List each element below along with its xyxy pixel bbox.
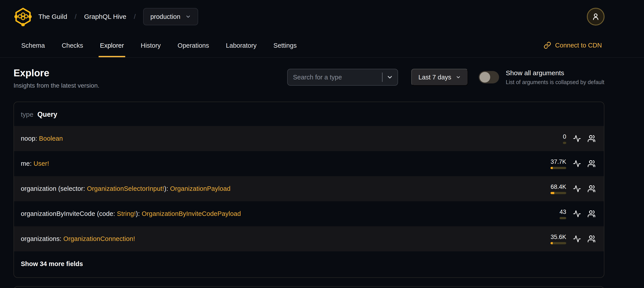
field-signature: organization (selector: OrganizationSele… (21, 185, 230, 192)
type-search-combobox[interactable] (287, 69, 398, 86)
page-title: Explore (14, 68, 100, 79)
target-selector-dropdown[interactable]: production (143, 8, 198, 25)
page-title-block: Explore Insights from the latest version… (14, 68, 100, 89)
type-name: Query (38, 111, 58, 119)
users-icon[interactable] (588, 235, 596, 243)
field-name-text: organizations: (21, 235, 64, 242)
breadcrumb-org[interactable]: The Guild (38, 13, 67, 21)
field-signature: organizationByInviteCode (code: String!)… (21, 210, 241, 217)
field-name-text: me: (21, 160, 34, 167)
field-type-link[interactable]: Boolean (39, 135, 63, 142)
field-usage-bar (563, 142, 566, 144)
type-card-header: type Query (14, 102, 604, 126)
field-stats: 37.7K (550, 158, 596, 169)
type-kind-label: type (21, 111, 34, 118)
toggle-label-block: Show all arguments List of arguments is … (506, 69, 604, 85)
tab-settings[interactable]: Settings (272, 33, 298, 57)
field-stats: 68.4K (550, 183, 596, 194)
tab-bar: Schema Checks Explorer History Operation… (0, 33, 644, 58)
field-count: 37.7K (550, 158, 566, 165)
show-all-arguments-toggle[interactable] (479, 71, 499, 83)
period-filter-dropdown[interactable]: Last 7 days (411, 69, 468, 86)
field-type-link[interactable]: OrganizationConnection! (64, 235, 135, 242)
field-usage-stat: 0 (563, 133, 566, 144)
field-row: organizationByInviteCode (code: String!)… (14, 201, 604, 226)
field-row: noop: Boolean 0 (14, 126, 604, 151)
activity-pulse-icon[interactable] (573, 210, 581, 218)
chevron-down-icon (456, 75, 461, 80)
field-count: 35.6K (550, 234, 566, 240)
users-icon[interactable] (588, 185, 596, 193)
tab-checks[interactable]: Checks (60, 33, 84, 57)
field-usage-bar-fill (550, 242, 552, 244)
show-more-fields-button[interactable]: Show 34 more fields (14, 251, 604, 277)
tab-history[interactable]: History (140, 33, 162, 57)
field-list: noop: Boolean 0 me: User! 37.7K (14, 126, 604, 251)
field-usage-bar (550, 192, 566, 194)
activity-pulse-icon[interactable] (573, 134, 581, 143)
field-type-link[interactable]: String! (117, 210, 136, 217)
field-usage-bar (550, 242, 566, 244)
field-name-text: noop: (21, 135, 39, 142)
type-card-query: type Query noop: Boolean 0 me: User! (14, 102, 604, 278)
next-type-card-partial (14, 286, 604, 288)
field-name-text: ): (164, 185, 170, 192)
connect-to-cdn-link[interactable]: Connect to CDN (544, 33, 602, 57)
top-bar: The Guild / GraphQL Hive / production (0, 0, 644, 33)
users-icon[interactable] (588, 210, 596, 218)
field-usage-bar-fill (550, 167, 553, 169)
field-usage-stat: 37.7K (550, 158, 566, 169)
field-signature: organizations: OrganizationConnection! (21, 235, 135, 242)
field-type-link[interactable]: OrganizationByInviteCodePayload (142, 210, 241, 217)
breadcrumb-project[interactable]: GraphQL Hive (84, 13, 126, 21)
field-stats: 35.6K (550, 234, 596, 244)
field-usage-stat: 35.6K (550, 234, 566, 244)
explorer-controls: Last 7 days Show all arguments List of a… (287, 69, 604, 86)
activity-pulse-icon[interactable] (573, 160, 581, 168)
tab-schema[interactable]: Schema (20, 33, 46, 57)
chevron-down-icon[interactable] (386, 74, 393, 81)
field-row: organizations: OrganizationConnection! 3… (14, 226, 604, 251)
page-header: Explore Insights from the latest version… (0, 58, 644, 89)
users-icon[interactable] (588, 134, 596, 143)
field-count: 0 (563, 133, 566, 140)
tab-explorer[interactable]: Explorer (98, 33, 125, 57)
activity-pulse-icon[interactable] (573, 235, 581, 243)
breadcrumb: The Guild / GraphQL Hive / production (38, 8, 198, 25)
field-type-link[interactable]: User! (34, 160, 49, 167)
toggle-hint: List of arguments is collapsed by defaul… (506, 79, 604, 85)
hive-logo-icon[interactable] (14, 7, 32, 26)
field-usage-bar-fill (550, 192, 554, 194)
field-signature: noop: Boolean (21, 135, 63, 142)
field-row: organization (selector: OrganizationSele… (14, 176, 604, 201)
page-subtitle: Insights from the latest version. (14, 82, 100, 89)
chevron-down-icon (185, 14, 191, 20)
field-count: 43 (560, 209, 566, 215)
field-usage-bar (560, 217, 566, 219)
tab-laboratory[interactable]: Laboratory (224, 33, 258, 57)
field-count: 68.4K (550, 183, 566, 190)
toggle-knob (480, 72, 490, 83)
field-name-text: ): (136, 210, 142, 217)
period-filter-value: Last 7 days (418, 74, 451, 81)
field-signature: me: User! (21, 160, 49, 167)
type-search-input[interactable] (290, 69, 382, 85)
field-usage-stat: 43 (560, 209, 566, 219)
tab-operations[interactable]: Operations (176, 33, 210, 57)
field-stats: 0 (563, 133, 596, 144)
field-type-link[interactable]: OrganizationSelectorInput! (87, 185, 164, 192)
field-stats: 43 (560, 209, 596, 219)
target-selector-value: production (150, 13, 180, 21)
breadcrumb-separator: / (134, 13, 136, 21)
field-name-text: organization (selector: (21, 185, 87, 192)
field-row: me: User! 37.7K (14, 151, 604, 176)
activity-pulse-icon[interactable] (573, 185, 581, 193)
breadcrumb-separator: / (75, 13, 76, 21)
toggle-label: Show all arguments (506, 69, 604, 77)
users-icon[interactable] (588, 160, 596, 168)
user-menu-button[interactable] (587, 8, 604, 26)
field-type-link[interactable]: OrganizationPayload (170, 185, 230, 192)
field-name-text: organizationByInviteCode (code: (21, 210, 117, 217)
connect-to-cdn-label: Connect to CDN (555, 42, 602, 49)
field-usage-stat: 68.4K (550, 183, 566, 194)
